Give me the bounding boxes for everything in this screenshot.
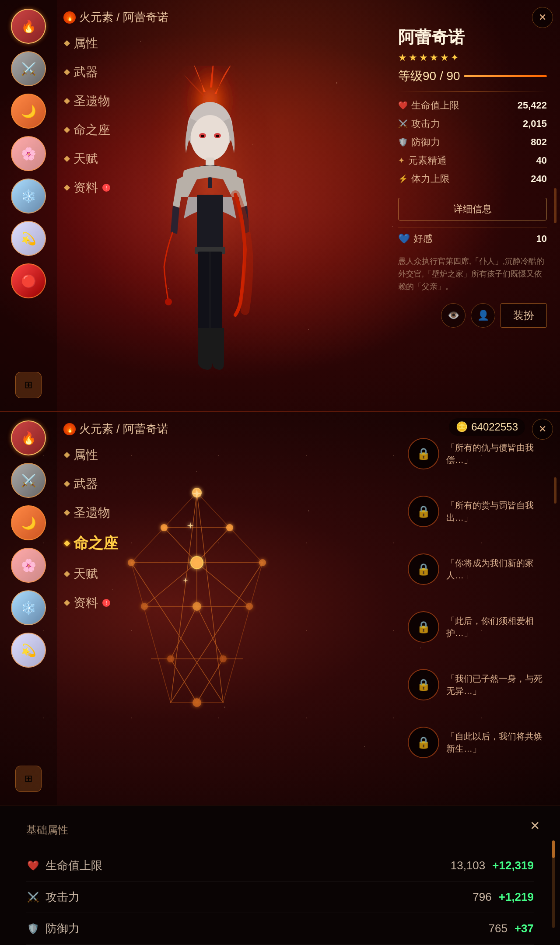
sidebar: 🔥 ⚔️ 🌙 🌸 ❄️ 💫 🔴 ⊞ — [0, 0, 57, 411]
const-node-text-5: 「我们已子然一身，与死无异…」 — [446, 672, 542, 697]
nav-label-talents: 天赋 — [74, 150, 98, 167]
scroll-indicator-2[interactable] — [554, 477, 556, 504]
sidebar-avatar-7[interactable]: 🔴 — [11, 263, 46, 298]
sidebar-avatar-3[interactable]: 🌙 — [11, 94, 46, 129]
sidebar-arrow-indicator — [45, 23, 46, 30]
nav2-item-talents[interactable]: 天赋 — [65, 566, 118, 582]
nav-item-constellation[interactable]: 命之座 — [65, 122, 110, 138]
nav-diamond-icon — [64, 98, 70, 104]
star-rating: ★ ★ ★ ★ ★ ✦ — [398, 52, 547, 63]
constellation-node-3[interactable]: 🔒 「你将成为我们新的家人…」 — [408, 553, 542, 585]
stat-label-em: 元素精通 — [408, 154, 447, 167]
close-button[interactable]: ✕ — [532, 7, 553, 28]
constellation-close-button[interactable]: ✕ — [532, 419, 553, 440]
nav-item-talents[interactable]: 天赋 — [65, 150, 110, 167]
character-model-button[interactable]: 👤 — [471, 303, 495, 328]
equip-row: 👁️ 👤 装扮 — [398, 303, 547, 328]
level-progress-bar — [464, 75, 547, 77]
stat-label-hp: 生命值上限 — [411, 99, 459, 112]
constellation-node-4[interactable]: 🔒 「此后，你们须相爱相护…」 — [408, 611, 542, 643]
def-icon: 🛡️ — [398, 137, 408, 147]
nav2-item-artifacts[interactable]: 圣遗物 — [65, 504, 118, 521]
const-node-text-2: 「所有的赏与罚皆自我出…」 — [446, 499, 542, 524]
nav-menu-2: 属性 武器 圣遗物 命之座 天赋 资料 ! — [65, 447, 118, 611]
nav2-diamond-icon — [64, 600, 70, 606]
constellation-node-2[interactable]: 🔒 「所有的赏与罚皆自我出…」 — [408, 496, 542, 527]
stat-value-stamina: 240 — [531, 173, 547, 185]
nav2-label-attributes: 属性 — [74, 447, 98, 463]
const-node-text-4: 「此后，你们须相爱相护…」 — [446, 615, 542, 639]
constellation-svg — [105, 475, 289, 746]
sidebar2-avatar-6[interactable]: 💫 — [11, 633, 46, 668]
svg-point-22 — [246, 603, 253, 610]
stats-detail-close-button[interactable]: ✕ — [525, 816, 544, 835]
constellation-node-6[interactable]: 🔒 「自此以后，我们将共焕新生…」 — [408, 727, 542, 758]
lock-icon-6: 🔒 — [408, 727, 439, 758]
nav-diamond-icon — [64, 156, 70, 162]
party-grid-button-2[interactable]: ⊞ — [15, 766, 42, 792]
const-node-text-6: 「自此以后，我们将共焕新生…」 — [446, 730, 542, 755]
detail-hp-base: 13,103 — [451, 859, 486, 872]
constellation-node-5[interactable]: 🔒 「我们已子然一身，与死无异…」 — [408, 669, 542, 700]
nav2-item-weapon[interactable]: 武器 — [65, 476, 118, 492]
sidebar2-avatar-5[interactable]: ❄️ — [11, 590, 46, 625]
svg-point-25 — [220, 655, 227, 662]
character-description: 愚人众执行官第四席,「仆人」,沉静冷酷的外交官,「壁炉之家」所有孩子们既慑又依赖… — [398, 255, 547, 293]
nav-item-weapon[interactable]: 武器 — [65, 64, 110, 80]
sidebar2-avatar-2[interactable]: ⚔️ — [11, 463, 46, 498]
stamina-icon: ⚡ — [398, 174, 408, 184]
friendship-value: 10 — [536, 233, 547, 245]
detail-info-button[interactable]: 详细信息 — [398, 198, 547, 220]
nav2-diamond-icon — [64, 452, 70, 458]
lock-icon-1: 🔒 — [408, 438, 439, 469]
character-figure-svg — [127, 66, 293, 394]
stat-label-def: 防御力 — [411, 136, 440, 149]
sidebar-avatar-5[interactable]: ❄️ — [11, 178, 46, 214]
sidebar-avatar-main[interactable]: 🔥 — [11, 9, 46, 44]
nav-diamond-icon — [64, 69, 70, 75]
detail-atk-bonus: +1,219 — [499, 890, 534, 904]
friendship-display: 💙 好感 10 — [398, 228, 547, 250]
detail-hp-label: 生命值上限 — [46, 858, 102, 873]
stats-detail-panel: ✕ 基础属性 ❤️ 生命值上限 13,103 +12,319 ⚔️ 攻击力 79… — [0, 805, 560, 945]
nav2-diamond-icon — [64, 571, 70, 577]
scroll-bar[interactable] — [552, 840, 555, 928]
svg-point-17 — [226, 524, 233, 531]
sidebar2-avatar-main[interactable]: 🔥 — [11, 420, 46, 455]
nav2-label-profile: 资料 — [74, 595, 98, 611]
lock-icon-2: 🔒 — [408, 496, 439, 527]
nav2-item-profile[interactable]: 资料 ! — [65, 595, 118, 611]
detail-def-bonus: +37 — [514, 922, 534, 935]
nav-label-artifacts: 圣遗物 — [74, 93, 110, 109]
sidebar-avatar-6[interactable]: 💫 — [11, 221, 46, 256]
nav-diamond-icon — [64, 185, 70, 191]
nav-diamond-icon — [64, 40, 70, 46]
costume-preview-button[interactable]: 👁️ — [441, 303, 466, 328]
nav2-item-constellation[interactable]: 命之座 — [65, 533, 118, 553]
sidebar-avatar-2[interactable]: ⚔️ — [11, 51, 46, 86]
nav-item-attributes[interactable]: 属性 — [65, 35, 110, 52]
level-display: 等级90 / 90 — [398, 68, 547, 84]
svg-point-3 — [191, 115, 229, 161]
constellation-node-1[interactable]: 🔒 「所有的仇与债皆由我偿…」 — [408, 438, 542, 469]
stat-hp: ❤️ 生命值上限 25,422 — [398, 99, 547, 112]
svg-point-18 — [128, 559, 135, 566]
sidebar-avatar-4[interactable]: 🌸 — [11, 136, 46, 171]
costume-button[interactable]: 装扮 — [500, 303, 547, 328]
nav-item-profile[interactable]: 资料 ! — [65, 179, 110, 196]
sidebar2-avatar-3[interactable]: 🌙 — [11, 505, 46, 540]
divider — [398, 91, 547, 92]
character-panel: ✕ 🔥 ⚔️ 🌙 🌸 ❄️ 💫 🔴 ⊞ 🔥 火元素 / — [0, 0, 560, 411]
hp-icon: ❤️ — [398, 101, 408, 110]
detail-def-base: 765 — [489, 922, 508, 935]
party-grid-button[interactable]: ⊞ — [15, 372, 42, 398]
nav2-item-attributes[interactable]: 属性 — [65, 447, 118, 463]
detail-atk-label: 攻击力 — [46, 889, 80, 905]
svg-point-12 — [165, 298, 172, 305]
sidebar2-avatar-4[interactable]: 🌸 — [11, 548, 46, 583]
nav-item-artifacts[interactable]: 圣遗物 — [65, 93, 110, 109]
profile-badge-2: ! — [102, 599, 110, 607]
nav2-label-constellation: 命之座 — [74, 533, 118, 553]
scroll-indicator[interactable] — [554, 188, 556, 223]
character-name: 阿蕾奇诺 — [398, 26, 547, 49]
